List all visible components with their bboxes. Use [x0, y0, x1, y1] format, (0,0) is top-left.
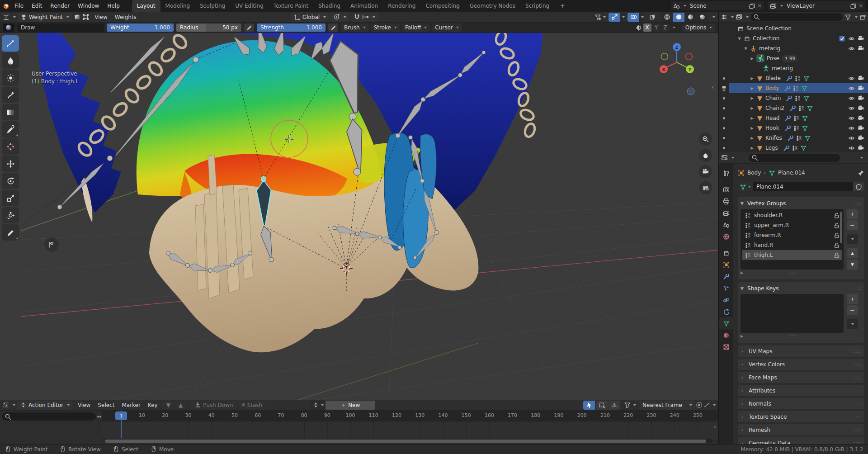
auto-snap-cursor-toggle[interactable]: [583, 401, 595, 410]
unlink-scene-icon[interactable]: ✕: [757, 3, 762, 9]
new-viewlayer-icon[interactable]: [850, 3, 857, 9]
tab-modifiers[interactable]: [719, 270, 733, 282]
ortho-toggle-button[interactable]: [699, 181, 712, 194]
zoom-button[interactable]: [699, 132, 712, 146]
disable-render-icon[interactable]: [858, 125, 864, 132]
collapsed-panel[interactable]: ›Vertex Colors::::: [738, 359, 864, 370]
outliner-row[interactable]: ▶ Blade: [719, 73, 868, 83]
new-scene-icon[interactable]: [749, 3, 755, 9]
tab-particles[interactable]: [719, 282, 733, 294]
snap-dropdown[interactable]: Nearest Frame: [640, 401, 695, 410]
tab-render[interactable]: [719, 184, 733, 195]
radius-pressure-button[interactable]: [244, 24, 254, 32]
outliner-row[interactable]: ▼ metarig: [719, 43, 868, 53]
disable-render-icon[interactable]: [858, 45, 864, 52]
gizmo-toggle[interactable]: [609, 13, 620, 22]
properties-search-input[interactable]: [749, 154, 840, 162]
radius-slider[interactable]: Radius50 px: [176, 24, 241, 32]
outliner-row[interactable]: ▶ Head: [719, 113, 868, 123]
workspace-tab[interactable]: Texture Paint: [269, 0, 313, 12]
shading-wireframe-button[interactable]: [661, 13, 673, 22]
disable-render-icon[interactable]: [858, 85, 864, 92]
transform-tool[interactable]: [2, 207, 19, 223]
viewlayer-selector[interactable]: ViewLayer ✕: [768, 1, 865, 10]
draw-brush-tool[interactable]: [2, 35, 19, 52]
display-mode-dropdown[interactable]: [721, 14, 727, 20]
menu-item[interactable]: Render: [46, 1, 74, 10]
filter-expand-icon[interactable]: ↔: [97, 413, 101, 420]
workspace-tab[interactable]: Sculpting: [195, 0, 230, 12]
box-select-toggle[interactable]: [596, 401, 608, 410]
scale-tool[interactable]: [2, 190, 19, 206]
vertex-group-item[interactable]: thigh.L: [742, 250, 842, 260]
breadcrumb-data[interactable]: Plane.014: [778, 170, 805, 176]
mesh-browse-dropdown[interactable]: [738, 182, 753, 191]
editor-type-icon[interactable]: [3, 14, 9, 20]
strength-pressure-button[interactable]: [328, 24, 338, 32]
hide-viewport-icon[interactable]: [848, 115, 855, 122]
only-errors-toggle[interactable]: ⚠: [609, 401, 620, 410]
collapsed-panel[interactable]: ›UV Maps::::: [738, 345, 864, 357]
pan-button[interactable]: [699, 149, 712, 162]
average-tool[interactable]: [2, 70, 19, 86]
editor-mode-dropdown[interactable]: Action Editor: [17, 401, 72, 410]
vertex-group-item[interactable]: hand.R: [742, 240, 842, 250]
hide-viewport-icon[interactable]: [848, 35, 855, 42]
hide-viewport-icon[interactable]: [848, 45, 855, 52]
workspace-tab[interactable]: Layout: [132, 0, 160, 12]
shading-solid-button[interactable]: [673, 13, 684, 22]
lock-icon[interactable]: [833, 222, 840, 229]
tab-scene[interactable]: [719, 219, 733, 231]
hide-viewport-icon[interactable]: [848, 125, 855, 132]
mirror-axis-toggle[interactable]: Z: [661, 24, 670, 32]
brush-option-dropdown[interactable]: Brush: [341, 24, 369, 32]
menu-item[interactable]: Edit: [28, 1, 46, 10]
options-chevron[interactable]: [860, 157, 863, 159]
filter-type-dropdown[interactable]: [736, 14, 742, 20]
pin-icon[interactable]: [858, 170, 864, 176]
hide-viewport-icon[interactable]: [848, 85, 855, 92]
tab-object-data[interactable]: [719, 317, 733, 329]
tab-collection[interactable]: [719, 247, 733, 259]
disable-render-icon[interactable]: [858, 95, 864, 102]
options-dropdown[interactable]: Options: [682, 24, 715, 32]
weight-slider[interactable]: Weight1.000: [107, 24, 174, 32]
collection-checkbox[interactable]: [839, 35, 845, 42]
dope-menu-item[interactable]: Key: [144, 401, 161, 410]
proportional-edit-icon[interactable]: [696, 402, 703, 408]
channel-search-input[interactable]: [2, 412, 96, 421]
lock-icon[interactable]: [833, 212, 840, 219]
move-tool[interactable]: [2, 156, 19, 172]
fake-user-button[interactable]: [853, 182, 864, 191]
brush-thumbnail[interactable]: [3, 24, 14, 32]
sample-weight-tool[interactable]: [2, 121, 19, 137]
shape-key-specials-button[interactable]: [847, 319, 858, 329]
outliner-row[interactable]: ▶ Chain: [719, 93, 868, 103]
workspace-tab[interactable]: Rendering: [383, 0, 420, 12]
dope-menu-item[interactable]: Select: [94, 401, 118, 410]
tab-output[interactable]: [719, 195, 733, 207]
editor-type-icon[interactable]: [2, 402, 9, 408]
action-browse-dropdown[interactable]: [311, 401, 326, 410]
keyframe-area[interactable]: [102, 421, 718, 438]
disable-render-icon[interactable]: [858, 135, 864, 142]
dope-menu-item[interactable]: View: [74, 401, 94, 410]
move-channel-up-button[interactable]: ▲: [175, 401, 186, 410]
smear-tool[interactable]: [2, 87, 19, 103]
add-workspace-button[interactable]: +: [555, 0, 570, 12]
tab-physics[interactable]: [719, 294, 733, 306]
pivot-point-dropdown[interactable]: [330, 13, 349, 22]
move-channel-down-button[interactable]: ▼: [163, 401, 174, 410]
gradient-tool[interactable]: [2, 104, 19, 120]
editor-type-icon[interactable]: [721, 154, 728, 161]
new-collection-button[interactable]: [859, 14, 866, 20]
collapsed-panel[interactable]: ›Face Maps::::: [738, 372, 864, 383]
snap-dropdown[interactable]: [351, 13, 378, 22]
workspace-tab[interactable]: Geometry Nodes: [465, 0, 520, 12]
move-group-up-button[interactable]: ▲: [847, 248, 858, 258]
outliner-row[interactable]: ▶ Body: [719, 83, 868, 93]
add-shape-key-button[interactable]: ＋: [847, 294, 858, 304]
editor-divider[interactable]: [718, 12, 719, 444]
add-vertex-group-button[interactable]: ＋: [847, 209, 858, 219]
tab-constraints[interactable]: [719, 306, 733, 317]
